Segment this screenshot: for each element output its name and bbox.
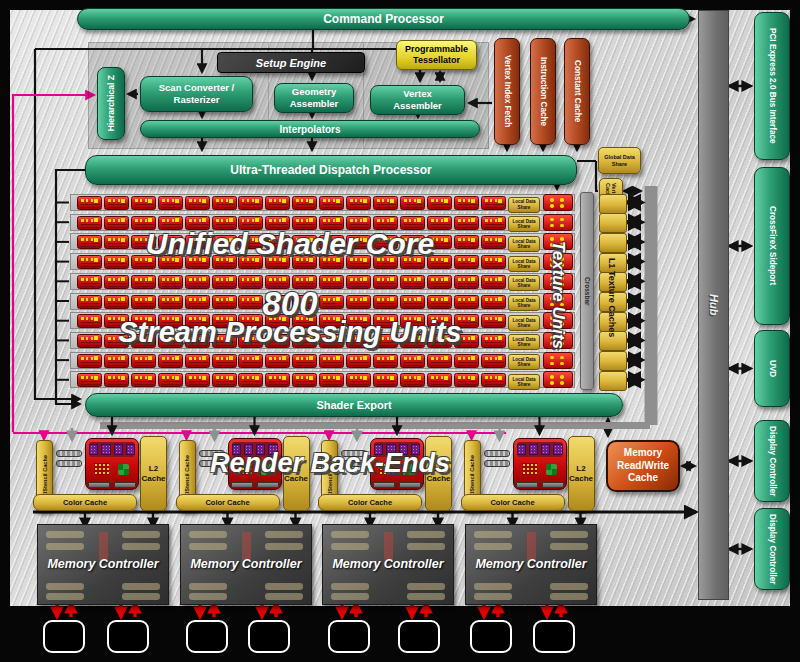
unit-square [255,199,259,203]
rbe-connector [199,450,225,457]
constant-cache-block: Constant Cache [564,38,590,145]
unit-square [282,199,286,203]
stream-processing-unit [427,275,452,289]
unit-lines [431,224,450,229]
stream-processing-unit [104,354,129,368]
unit-square [229,376,233,380]
stream-processing-unit [373,314,398,328]
shader-row: Local Data Share [70,273,575,290]
unit-lines [377,243,396,248]
memory-controller-label: Memory Controller [181,525,311,604]
stream-processing-unit [400,235,425,249]
stream-processing-unit [238,216,263,230]
stream-processing-unit [104,216,129,230]
stream-processing-unit [400,295,425,309]
unit-square [417,376,421,380]
rbe-chip [411,444,420,455]
stream-processing-unit [265,196,290,210]
unit-lines [485,303,504,308]
unit-lines [242,283,261,288]
rbe-chip [386,444,395,455]
stream-processing-unit [481,216,506,230]
stream-processing-unit [104,235,129,249]
unit-lines [242,342,261,347]
unit-square [309,297,313,301]
rbe-connector [484,450,510,457]
unit-lines [296,204,315,209]
memory-chip [533,620,575,653]
stream-processing-unit [265,255,290,269]
stream-processing-unit [265,275,290,289]
stream-processing-unit [77,314,102,328]
stream-processing-unit [400,314,425,328]
rbe-top-band [89,442,135,457]
unit-lines [458,224,477,229]
unit-lines [485,243,504,248]
unit-lines [458,303,477,308]
stream-processing-unit [131,235,156,249]
stream-processing-unit [373,295,398,309]
unit-lines [242,263,261,268]
rbe-chip [89,444,98,455]
unit-square [148,297,152,301]
unit-lines [350,362,369,367]
stream-processing-unit [158,216,183,230]
unit-lines [81,303,100,308]
stream-processing-unit [77,295,102,309]
unit-square [390,317,394,321]
unit-lines [108,362,127,367]
color-cache-block: Color Cache [461,494,565,511]
stream-processing-unit [292,255,317,269]
stream-processing-unit [158,354,183,368]
stream-processing-unit [185,235,210,249]
stream-processing-unit [212,275,237,289]
unit-lines [350,322,369,327]
stream-processing-unit [319,295,344,309]
unit-lines [269,204,288,209]
unit-square [498,218,502,222]
unit-lines [323,322,342,327]
unit-lines [350,283,369,288]
unit-lines [323,362,342,367]
stream-processing-unit [131,216,156,230]
unit-square [121,356,125,360]
unit-square [471,297,475,301]
unit-square [94,376,98,380]
unit-lines [269,342,288,347]
local-data-share-block: Local Data Share [508,374,540,390]
unit-lines [216,362,235,367]
unit-lines [431,342,450,347]
unit-square [390,238,394,242]
unit-lines [431,204,450,209]
unit-square [471,317,475,321]
stream-processing-unit [319,235,344,249]
local-data-share-block: Local Data Share [508,295,540,311]
unit-square [94,258,98,262]
stream-processing-unit [400,255,425,269]
stream-processing-unit [400,275,425,289]
rbe-chip [268,444,277,455]
unit-square [417,238,421,242]
unit-lines [216,204,235,209]
unit-square [121,199,125,203]
crossbar-block: Crossbar [580,192,594,390]
rbe-tab [231,482,253,488]
stream-processing-unit [427,255,452,269]
rbe-yellow-grid [379,463,394,475]
unit-square [202,277,206,281]
stream-processing-unit [158,275,183,289]
rbe-yellow-grid [237,463,252,475]
unit-lines [323,204,342,209]
rbe-chip [232,444,241,455]
unit-lines [81,204,100,209]
unit-square [175,277,179,281]
unit-lines [404,243,423,248]
unit-lines [81,263,100,268]
unit-square [390,356,394,360]
unit-lines [135,224,154,229]
stream-processing-unit [346,295,371,309]
unit-square [121,258,125,262]
unit-square [390,199,394,203]
stream-processing-unit [373,334,398,348]
unit-lines [350,224,369,229]
